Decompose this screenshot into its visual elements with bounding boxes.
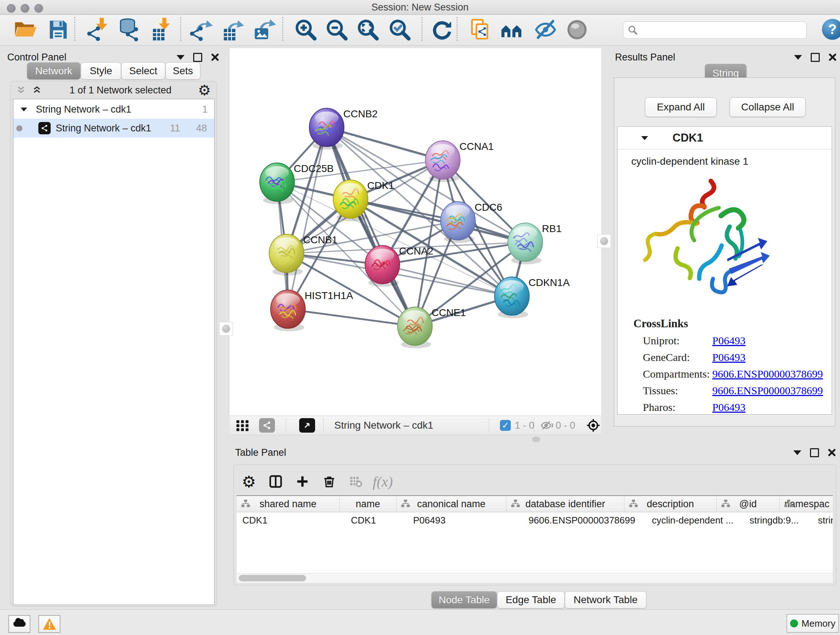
collection-expander-icon[interactable] [21, 108, 27, 111]
crosslink-link[interactable]: P06493 [712, 351, 745, 363]
delete-table-icon[interactable] [347, 473, 365, 490]
table-horizontal-scrollbar[interactable] [237, 573, 833, 583]
column-header-canonical-name[interactable]: canonical name [396, 496, 507, 512]
memory-button[interactable]: Memory [786, 614, 839, 633]
tab-select[interactable]: Select [121, 62, 165, 80]
main-toolbar: ? [0, 15, 840, 46]
import-network-from-database-icon[interactable] [118, 18, 141, 42]
network-node-CCNE1[interactable] [398, 307, 432, 348]
column-header-namespac[interactable]: namespac [780, 496, 833, 512]
new-network-from-selection-icon[interactable] [469, 18, 493, 42]
tab-sets[interactable]: Sets [165, 62, 201, 80]
window-title: Session: New Session [0, 0, 840, 14]
function-builder-icon[interactable]: f(x) [374, 473, 392, 490]
network-node-CCNB2[interactable] [309, 108, 344, 149]
tab-network-table[interactable]: Network Table [565, 591, 646, 608]
detach-view-icon[interactable] [299, 418, 315, 432]
network-edge[interactable] [288, 309, 415, 326]
cloud-button[interactable] [8, 615, 30, 633]
section-expander-icon[interactable] [641, 136, 648, 140]
refresh-icon[interactable] [430, 18, 454, 42]
column-header-database-identifier[interactable]: database identifier [507, 496, 624, 512]
network-node-HIST1H1A[interactable] [271, 290, 305, 331]
panel-close-icon[interactable] [211, 53, 219, 61]
table-cell: cyclin-dependent ... [646, 512, 744, 528]
open-session-icon[interactable] [13, 18, 37, 42]
panel-maximize-icon[interactable] [810, 448, 819, 457]
toolbar-separator [180, 17, 181, 41]
crosslink-link[interactable]: P06493 [712, 334, 745, 347]
grid-view-icon[interactable] [236, 420, 249, 432]
left-splitter-handle[interactable] [219, 322, 233, 336]
help-button[interactable]: ? [822, 19, 840, 40]
warnings-button[interactable] [38, 615, 60, 633]
network-row-selected[interactable]: String Network – cdk1 11 48 [13, 119, 214, 138]
panel-float-icon[interactable] [177, 55, 185, 60]
show-all-icon[interactable] [565, 18, 589, 42]
tab-network[interactable]: Network [27, 62, 81, 80]
horizontal-splitter-handle[interactable] [532, 437, 540, 442]
network-node-CDC25B[interactable] [260, 163, 294, 204]
zoom-selected-icon[interactable] [388, 18, 412, 42]
column-header-description[interactable]: description [624, 496, 717, 512]
collapse-all-button[interactable]: Collapse All [729, 97, 806, 117]
tab-edge-table[interactable]: Edge Table [497, 591, 565, 608]
panel-close-icon[interactable] [829, 53, 836, 61]
crosslink-label: Tissues: [643, 385, 712, 397]
column-header-name[interactable]: name [340, 496, 396, 512]
zoom-fit-icon[interactable] [356, 18, 380, 42]
save-session-icon[interactable] [46, 18, 70, 42]
table-gear-icon[interactable]: ⚙ [240, 473, 257, 490]
collapse-all-icon[interactable] [15, 85, 27, 96]
add-column-icon[interactable] [294, 473, 311, 490]
crosslink-link[interactable]: 9606.ENSP00000378699 [712, 385, 823, 397]
network-overview-icon[interactable] [259, 418, 275, 432]
network-edge[interactable] [288, 127, 327, 309]
crosslink-link[interactable]: P06493 [712, 401, 745, 413]
crosslink-link[interactable]: 9606.ENSP00000378699 [712, 368, 823, 380]
panel-float-icon[interactable] [794, 55, 802, 60]
network-type-icon [38, 122, 51, 134]
delete-column-icon[interactable] [321, 473, 338, 490]
tab-node-table[interactable]: Node Table [431, 591, 497, 608]
column-header-shared-name[interactable]: shared name [237, 496, 340, 512]
hide-selected-icon[interactable] [534, 18, 557, 42]
gear-icon[interactable]: ⚙ [198, 83, 211, 97]
selected-checkbox-icon[interactable]: ✓ [500, 420, 511, 431]
tab-style[interactable]: Style [81, 62, 121, 80]
network-node-CCNA2[interactable] [365, 245, 400, 287]
table-row[interactable]: CDK1CDK1P064939606.ENSP00000378699cyclin… [237, 512, 833, 528]
expand-all-button[interactable]: Expand All [645, 97, 717, 117]
gene-section-header[interactable]: CDK1 [617, 127, 832, 149]
export-image-icon[interactable] [252, 18, 276, 42]
right-splitter-handle[interactable] [597, 234, 611, 248]
birdseye-icon[interactable] [586, 418, 600, 434]
network-node-RB1[interactable] [508, 223, 543, 264]
memory-status-dot [790, 619, 798, 627]
panel-maximize-icon[interactable] [193, 53, 202, 62]
export-network-icon[interactable] [189, 18, 213, 42]
show-columns-icon[interactable] [267, 473, 284, 490]
first-neighbors-icon[interactable] [500, 18, 524, 42]
zoom-in-icon[interactable] [294, 18, 317, 42]
import-network-icon[interactable] [87, 18, 111, 42]
network-canvas[interactable]: CCNB2CCNA1CDC25BCDK1CDC6RB1CCNB1CCNA2CDK… [230, 48, 601, 416]
import-table-icon[interactable] [150, 18, 174, 42]
network-node-CCNB1[interactable] [269, 234, 304, 276]
expand-all-icon[interactable] [31, 85, 43, 96]
column-header--id[interactable]: @id [717, 496, 780, 512]
panel-maximize-icon[interactable] [811, 53, 820, 62]
panel-float-icon[interactable] [793, 450, 801, 455]
collection-count: 1 [202, 104, 208, 115]
network-node-CCNA1[interactable] [425, 141, 460, 182]
network-list-subheader: 1 of 1 Network selected ⚙ [11, 81, 217, 99]
scrollbar-thumb[interactable] [239, 575, 306, 581]
zoom-out-icon[interactable] [325, 18, 349, 42]
search-input[interactable] [638, 25, 806, 36]
network-node-CDK1[interactable] [333, 180, 368, 221]
export-table-icon[interactable] [221, 18, 245, 42]
network-collection-row[interactable]: String Network – cdk1 1 [13, 100, 214, 119]
network-node-CDKN1A[interactable] [494, 277, 529, 318]
search-icon [628, 25, 638, 35]
panel-close-icon[interactable] [828, 448, 836, 456]
